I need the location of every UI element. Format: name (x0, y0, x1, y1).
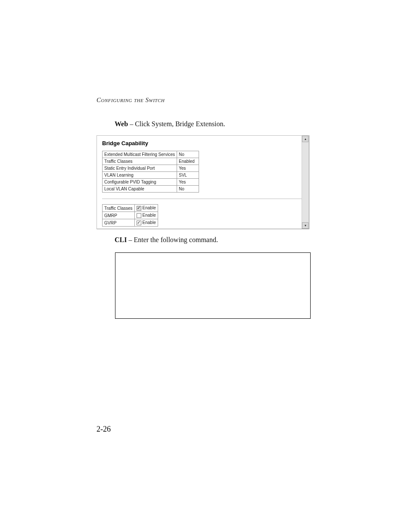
cap-val: SVL (177, 172, 199, 179)
scrollbar[interactable]: ▴ ▾ (302, 136, 309, 229)
cfg-val: Enable (134, 205, 158, 212)
bridge-capability-screenshot: ▴ ▾ Bridge Capability Extended Multicast… (97, 135, 309, 229)
cfg-label: Enable (143, 213, 156, 218)
traffic-classes-checkbox[interactable] (137, 206, 141, 211)
table-row: Traffic Classes Enabled (103, 158, 199, 165)
cap-val: No (177, 151, 199, 158)
cli-rest: – Enter the following command. (127, 236, 218, 243)
screenshot-title: Bridge Capability (102, 140, 304, 146)
cfg-key: GVRP (103, 219, 135, 227)
cfg-key: GMRP (103, 212, 135, 219)
table-row: VLAN Learning SVL (103, 172, 199, 179)
cfg-label: Enable (143, 220, 156, 225)
gvrp-checkbox[interactable] (137, 221, 141, 225)
cli-label: CLI (115, 236, 127, 243)
cap-key: Configurable PVID Tagging (103, 179, 177, 186)
web-label: Web (115, 120, 128, 128)
cfg-label: Enable (143, 205, 156, 210)
cap-val: Enabled (177, 158, 199, 165)
gmrp-checkbox[interactable] (137, 213, 141, 218)
table-row: Local VLAN Capable No (103, 186, 199, 193)
web-rest: – Click System, Bridge Extension. (128, 120, 225, 128)
scroll-up-button[interactable]: ▴ (302, 136, 308, 142)
table-row: GMRP Enable (103, 212, 158, 219)
cfg-val: Enable (134, 212, 158, 219)
cfg-val: Enable (134, 219, 158, 227)
table-row: GVRP Enable (103, 219, 158, 227)
page-number: 2-26 (97, 425, 111, 434)
running-head: Configuring the Switch (97, 96, 165, 104)
cap-key: Extended Multicast Filtering Services (103, 151, 177, 158)
web-instruction: Web – Click System, Bridge Extension. (115, 120, 225, 128)
divider (102, 199, 302, 199)
page: Configuring the Switch Web – Click Syste… (0, 0, 411, 532)
cli-instruction: CLI – Enter the following command. (115, 236, 218, 244)
cap-key: Traffic Classes (103, 158, 177, 165)
cap-val: No (177, 186, 199, 193)
cap-val: Yes (177, 179, 199, 186)
cap-val: Yes (177, 165, 199, 172)
table-row: Static Entry Individual Port Yes (103, 165, 199, 172)
screenshot-inner: Bridge Capability Extended Multicast Fil… (97, 136, 309, 229)
capability-table: Extended Multicast Filtering Services No… (102, 151, 199, 193)
cap-key: Static Entry Individual Port (103, 165, 177, 172)
cfg-key: Traffic Classes (103, 205, 135, 212)
scroll-down-button[interactable]: ▾ (302, 222, 308, 229)
config-table: Traffic Classes Enable GMRP Enable GVRP … (102, 204, 158, 227)
cap-key: Local VLAN Capable (103, 186, 177, 193)
cap-key: VLAN Learning (103, 172, 177, 179)
table-row: Traffic Classes Enable (103, 205, 158, 212)
table-row: Extended Multicast Filtering Services No (103, 151, 199, 158)
cli-output-box (115, 252, 311, 319)
table-row: Configurable PVID Tagging Yes (103, 179, 199, 186)
